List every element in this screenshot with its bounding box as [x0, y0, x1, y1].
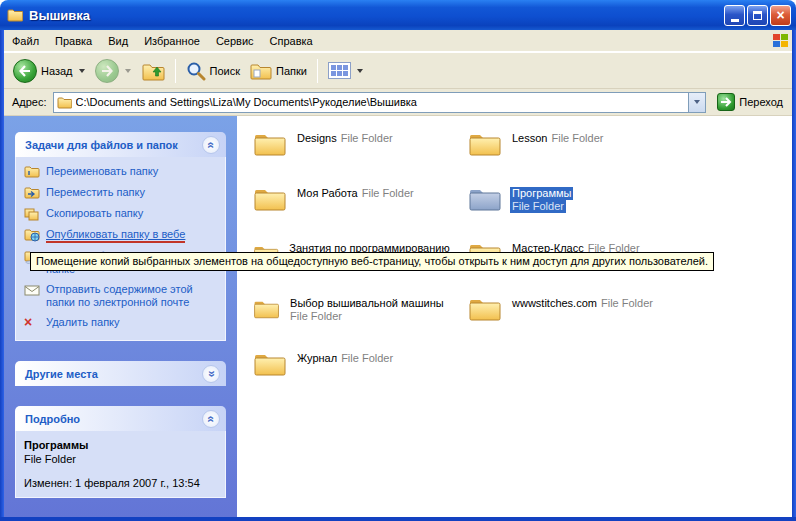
forward-button[interactable] [90, 56, 136, 86]
folder-icon [468, 295, 502, 323]
title-bar[interactable]: Вышивка × [0, 0, 796, 30]
details-box: Подробно « Программы File Folder Изменен… [15, 406, 226, 498]
file-type: File Folder [288, 310, 344, 323]
address-label: Адрес: [12, 96, 47, 108]
window-border-bottom [0, 517, 796, 521]
folder-icon [253, 350, 287, 378]
move-icon [24, 186, 40, 200]
file-tasks-title: Задачи для файлов и папок [25, 139, 178, 151]
maximize-icon [753, 11, 762, 20]
content-area: Задачи для файлов и папок « Переименоват… [4, 116, 792, 517]
views-dropdown-icon [357, 69, 363, 73]
file-type: File Folder [510, 200, 566, 213]
file-item-moya-rabota[interactable]: Моя РаботаFile Folder [253, 185, 458, 240]
file-type: File Folder [339, 132, 395, 145]
file-type: File Folder [599, 297, 655, 310]
chevron-down-icon [694, 100, 700, 104]
file-type: File Folder [360, 187, 416, 200]
details-item-name: Программы [24, 439, 221, 451]
back-icon [13, 59, 37, 83]
forward-dropdown-icon [125, 69, 131, 73]
task-email-folder[interactable]: Отправить содержимое этой папки по элект… [24, 283, 221, 309]
other-places-box: Другие места « [15, 361, 226, 386]
task-label: Переименовать папку [46, 165, 158, 178]
folder-icon-selected [468, 185, 502, 213]
windows-logo-icon [773, 34, 788, 47]
task-move-folder[interactable]: Переместить папку [24, 186, 221, 200]
details-header[interactable]: Подробно « [15, 406, 226, 431]
task-delete-folder[interactable]: × Удалить папку [24, 316, 221, 330]
file-name: wwwstitches.com [510, 297, 599, 310]
task-pane: Задачи для файлов и папок « Переименоват… [4, 116, 237, 517]
file-name: Выбор вышивальной машины [288, 297, 446, 310]
folder-icon [253, 130, 287, 158]
task-publish-folder[interactable]: Опубликовать папку в вебе [24, 228, 221, 243]
views-icon [328, 62, 351, 79]
forward-icon [95, 59, 119, 83]
chevron-down-icon: « [203, 370, 219, 377]
file-name: Журнал [295, 352, 339, 365]
address-folder-icon [57, 96, 72, 109]
toolbar: Назад Поиск [4, 52, 792, 89]
details-item-modified: Изменен: 1 февраля 2007 г., 13:54 [24, 477, 221, 489]
minimize-button[interactable] [724, 5, 745, 26]
file-tasks-body: Переименовать папку Переместить папку Ск… [15, 157, 226, 341]
minimize-icon [731, 19, 739, 22]
chevron-up-icon: « [203, 415, 219, 422]
file-item-designs[interactable]: DesignsFile Folder [253, 130, 458, 185]
rename-icon [24, 165, 40, 179]
file-item-wwwstitches[interactable]: wwwstitches.comFile Folder [468, 295, 673, 350]
other-places-header[interactable]: Другие места « [15, 361, 226, 386]
collapse-button[interactable]: « [202, 136, 220, 154]
task-rename-folder[interactable]: Переименовать папку [24, 165, 221, 179]
task-label: Отправить содержимое этой папки по элект… [46, 283, 221, 309]
task-copy-folder[interactable]: Скопировать папку [24, 207, 221, 221]
menu-edit[interactable]: Правка [47, 32, 100, 50]
file-item-vybor-mashiny[interactable]: Выбор вышивальной машиныFile Folder [253, 295, 458, 350]
folder-window-icon [7, 8, 23, 22]
file-list: DesignsFile Folder LessonFile Folder Моя… [237, 116, 792, 517]
task-label: Опубликовать папку в вебе [46, 228, 185, 243]
details-body: Программы File Folder Изменен: 1 февраля… [15, 431, 226, 498]
file-item-zhurnal[interactable]: ЖурналFile Folder [253, 350, 458, 405]
file-item-lesson[interactable]: LessonFile Folder [468, 130, 673, 185]
menu-view[interactable]: Вид [100, 32, 136, 50]
address-bar: Адрес: C:\Documents and Settings\Liza\My… [4, 89, 792, 116]
menu-help[interactable]: Справка [262, 32, 321, 50]
menu-favorites[interactable]: Избранное [136, 32, 208, 50]
expand-button[interactable]: « [202, 365, 220, 383]
file-name: Lesson [510, 132, 549, 145]
collapse-button[interactable]: « [202, 410, 220, 428]
explorer-window: Вышивка × Файл Правка Вид Избранное Серв… [0, 0, 796, 521]
menu-file[interactable]: Файл [4, 32, 47, 50]
go-button[interactable]: Переход [712, 91, 788, 113]
folders-label: Папки [276, 65, 307, 77]
maximize-button[interactable] [747, 5, 768, 26]
copy-icon [24, 207, 40, 221]
address-dropdown-button[interactable] [688, 93, 705, 112]
file-tasks-header[interactable]: Задачи для файлов и папок « [15, 132, 226, 157]
search-button[interactable]: Поиск [181, 58, 245, 84]
window-border-left [0, 30, 4, 521]
email-icon [24, 283, 40, 297]
go-arrow-icon [717, 93, 735, 111]
back-label: Назад [41, 65, 73, 77]
toolbar-separator [175, 59, 176, 83]
search-icon [186, 61, 206, 81]
back-button[interactable]: Назад [8, 56, 90, 86]
file-tasks-box: Задачи для файлов и папок « Переименоват… [15, 132, 226, 341]
file-name: Программы [510, 187, 573, 200]
search-label: Поиск [210, 65, 240, 77]
publish-icon [24, 228, 40, 242]
views-button[interactable] [323, 59, 368, 82]
menu-tools[interactable]: Сервис [208, 32, 262, 50]
folders-button[interactable]: Папки [245, 58, 312, 84]
details-title: Подробно [25, 413, 80, 425]
close-button[interactable]: × [770, 5, 791, 26]
details-item-type: File Folder [24, 453, 221, 465]
up-button[interactable] [136, 57, 170, 85]
address-input[interactable]: C:\Documents and Settings\Liza\My Docume… [53, 92, 707, 113]
back-dropdown-icon [79, 69, 85, 73]
window-title: Вышивка [29, 8, 722, 23]
file-item-programmy[interactable]: ПрограммыFile Folder [468, 185, 673, 240]
